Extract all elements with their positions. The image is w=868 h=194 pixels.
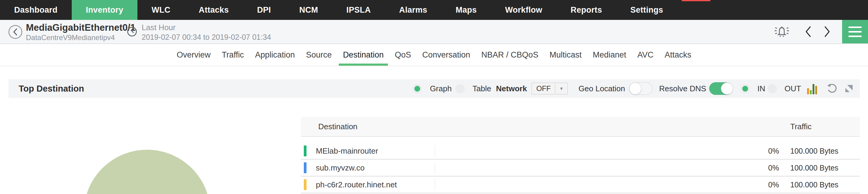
top-nav: Dashboard Inventory WLC Attacks DPI NCM … bbox=[0, 0, 868, 20]
destination-pie-chart[interactable] bbox=[84, 150, 210, 194]
resize-icon[interactable] bbox=[845, 85, 852, 92]
nav-item-wlc[interactable]: WLC bbox=[137, 0, 184, 20]
page: Dashboard Inventory WLC Attacks DPI NCM … bbox=[0, 0, 868, 194]
column-divider bbox=[435, 179, 435, 190]
chevron-left-icon bbox=[805, 26, 811, 37]
series-color-bar bbox=[304, 179, 307, 190]
tab-application[interactable]: Application bbox=[255, 44, 295, 66]
clock-icon bbox=[127, 27, 137, 37]
in-radio-label: IN bbox=[757, 84, 765, 93]
tab-nbar-cbqos[interactable]: NBAR / CBQoS bbox=[481, 44, 538, 66]
column-header-traffic: Traffic bbox=[784, 122, 860, 131]
traffic-percent: 0% bbox=[768, 181, 779, 189]
traffic-bytes: 100.000 Bytes bbox=[784, 147, 860, 156]
nav-item-ncm[interactable]: NCM bbox=[285, 0, 332, 20]
in-radio[interactable] bbox=[741, 84, 750, 93]
next-interface-button[interactable] bbox=[821, 23, 833, 40]
out-radio[interactable] bbox=[768, 84, 777, 93]
network-label: Network bbox=[496, 84, 527, 93]
tab-traffic[interactable]: Traffic bbox=[222, 44, 244, 66]
chevron-right-icon bbox=[824, 26, 830, 37]
geo-location-label: Geo Location bbox=[578, 84, 625, 93]
series-color-bar bbox=[304, 162, 307, 173]
tab-destination[interactable]: Destination bbox=[343, 44, 384, 66]
nav-item-dpi[interactable]: DPI bbox=[243, 0, 285, 20]
tab-avc[interactable]: AVC bbox=[638, 44, 654, 66]
nav-item-dashboard[interactable]: Dashboard bbox=[0, 0, 72, 20]
report-tabs: Overview Traffic Application Source Dest… bbox=[0, 44, 868, 66]
tab-source[interactable]: Source bbox=[306, 44, 332, 66]
tab-medianet[interactable]: Medianet bbox=[593, 44, 626, 66]
column-header-destination: Destination bbox=[301, 122, 358, 131]
time-range-value: 2019-02-07 00:34 to 2019-02-07 01:34 bbox=[142, 33, 271, 41]
nav-item-inventory[interactable]: Inventory bbox=[72, 0, 137, 20]
geo-location-toggle[interactable] bbox=[629, 82, 652, 95]
table-row[interactable]: MElab-mainrouter 0% 100.000 Bytes bbox=[301, 143, 860, 160]
prev-interface-button[interactable] bbox=[802, 23, 814, 40]
tab-conversation[interactable]: Conversation bbox=[422, 44, 470, 66]
column-divider bbox=[435, 162, 435, 173]
graph-radio-label: Graph bbox=[430, 84, 452, 93]
nav-item-workflow[interactable]: Workflow bbox=[491, 0, 556, 20]
alarm-bell-icon[interactable] bbox=[774, 25, 789, 38]
table-row[interactable]: ph-c6r2.router.hinet.net 0% 100.000 Byte… bbox=[301, 177, 860, 194]
network-select[interactable]: OFF ▾ bbox=[531, 83, 568, 95]
destination-name: MElab-mainrouter bbox=[316, 147, 435, 156]
time-period-label: Last Hour bbox=[142, 22, 271, 33]
table-radio[interactable] bbox=[456, 84, 465, 93]
page-title: MediaGigabitEthernet0/1 bbox=[26, 22, 135, 33]
time-period[interactable]: Last Hour 2019-02-07 00:34 to 2019-02-07… bbox=[142, 22, 271, 41]
interface-header: MediaGigabitEthernet0/1 DataCentreV9Medi… bbox=[0, 20, 868, 44]
destination-name: ph-c6r2.router.hinet.net bbox=[316, 180, 435, 190]
resolve-dns-toggle[interactable] bbox=[709, 82, 733, 95]
graph-radio[interactable] bbox=[412, 84, 422, 93]
tab-multicast[interactable]: Multicast bbox=[550, 44, 582, 66]
series-color-bar bbox=[304, 146, 307, 156]
network-select-value: OFF bbox=[532, 83, 555, 94]
hamburger-menu-button[interactable] bbox=[842, 20, 868, 43]
loading-progress-strip bbox=[682, 0, 710, 1]
resolve-dns-label: Resolve DNS bbox=[659, 84, 706, 93]
dropdown-arrow-icon: ▾ bbox=[555, 83, 567, 94]
traffic-percent: 0% bbox=[768, 147, 779, 156]
nav-item-alarms[interactable]: Alarms bbox=[385, 0, 441, 20]
table-row[interactable]: sub.myvzw.co 0% 100.000 Bytes bbox=[301, 160, 860, 177]
table-header: Destination Traffic bbox=[301, 117, 860, 137]
top-destination-panel-header: Top Destination Graph Table Network OFF … bbox=[8, 79, 860, 98]
nav-item-attacks[interactable]: Attacks bbox=[184, 0, 243, 20]
tab-qos[interactable]: QoS bbox=[395, 44, 411, 66]
panel-title: Top Destination bbox=[19, 84, 84, 94]
traffic-bytes: 100.000 Bytes bbox=[784, 181, 860, 189]
tab-attacks[interactable]: Attacks bbox=[664, 44, 691, 66]
nav-item-maps[interactable]: Maps bbox=[441, 0, 491, 20]
nav-item-ipsla[interactable]: IPSLA bbox=[332, 0, 385, 20]
destination-name: sub.myvzw.co bbox=[316, 163, 435, 172]
back-button[interactable] bbox=[8, 25, 22, 39]
nav-item-settings[interactable]: Settings bbox=[616, 0, 677, 20]
refresh-icon[interactable] bbox=[827, 84, 837, 94]
chevron-left-icon bbox=[13, 28, 18, 36]
table-radio-label: Table bbox=[472, 84, 491, 93]
device-name: DataCentreV9Medianetipv4 bbox=[26, 33, 135, 42]
hamburger-icon bbox=[848, 27, 862, 28]
traffic-percent: 0% bbox=[768, 164, 779, 172]
destination-table: Destination Traffic MElab-mainrouter 0% … bbox=[301, 117, 860, 194]
bar-chart-icon[interactable] bbox=[807, 83, 817, 94]
column-divider bbox=[435, 145, 435, 157]
traffic-bytes: 100.000 Bytes bbox=[784, 164, 860, 172]
tab-overview[interactable]: Overview bbox=[177, 44, 211, 66]
nav-item-reports[interactable]: Reports bbox=[556, 0, 616, 20]
out-radio-label: OUT bbox=[784, 84, 801, 93]
